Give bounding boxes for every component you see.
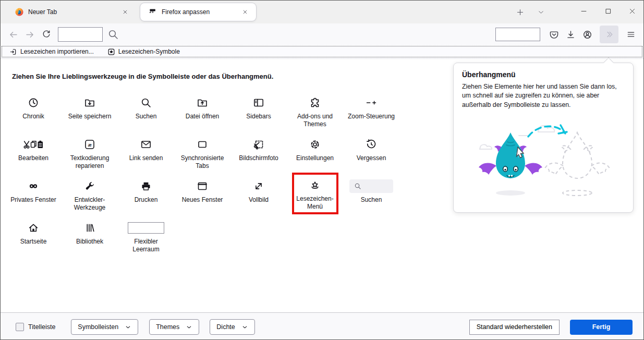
back-icon[interactable] <box>5 26 21 43</box>
print-icon <box>120 179 172 193</box>
restore-defaults-button[interactable]: Standard wiederherstellen <box>469 320 560 335</box>
download-icon[interactable] <box>562 26 579 43</box>
chevron-down-icon <box>125 324 131 331</box>
search-icon[interactable] <box>105 26 121 43</box>
bookmarks-item-label: Lesezeichen-Symbole <box>118 48 180 55</box>
developer-tools-wrench-icon <box>64 179 116 193</box>
tool-bibliothek[interactable]: Bibliothek <box>64 214 116 256</box>
panel-pointer-notch <box>603 57 614 68</box>
pocket-icon[interactable] <box>545 26 562 43</box>
tool-link-senden[interactable]: Link senden <box>120 131 172 173</box>
tool-label: Bibliothek <box>64 238 116 246</box>
search-bar-widget <box>349 179 393 193</box>
fullscreen-icon <box>233 179 285 193</box>
search-input[interactable] <box>495 28 540 41</box>
save-page-icon <box>64 95 116 110</box>
tab-bar: Neuer Tab Firefox anpassen <box>1 1 643 23</box>
tool-label: Synchronisierte Tabs <box>176 154 228 170</box>
new-tab-plus-icon[interactable] <box>514 6 526 18</box>
tab-title: Neuer Tab <box>28 8 115 16</box>
tool-zoom-steuerung[interactable]: Zoom-Steuerung <box>345 89 397 131</box>
forward-icon[interactable] <box>21 26 38 43</box>
tool-label: Chronik <box>7 113 59 120</box>
titlebar-checkbox-label: Titelleiste <box>28 323 55 331</box>
email-link-icon <box>120 137 172 152</box>
tool-drucken[interactable]: Drucken <box>120 173 172 214</box>
tab-neuer-tab[interactable]: Neuer Tab <box>7 3 136 21</box>
tool-einstellungen[interactable]: Einstellungen <box>289 131 341 173</box>
edit-clipboard-icon <box>7 137 59 152</box>
sidebars-icon <box>233 95 285 110</box>
flexible-space-widget <box>128 222 164 234</box>
tool-vergessen[interactable]: Vergessen <box>345 131 397 173</box>
overflow-menu-panel: Überhangmenü Ziehen Sie Elemente hier he… <box>453 63 634 213</box>
bookmark-star-box-icon <box>107 48 115 56</box>
tool-label: Flexibler Leerraum <box>120 238 172 253</box>
tool-privates-fenster[interactable]: Privates Fenster <box>7 173 59 214</box>
home-icon <box>7 221 59 235</box>
tool-label: Seite speichern <box>64 113 116 120</box>
tool-label: Einstellungen <box>289 154 341 162</box>
tool-label: Vollbild <box>233 196 285 204</box>
tool-bearbeiten[interactable]: Bearbeiten <box>7 131 59 173</box>
toolbars-dropdown[interactable]: Symbolleisten <box>71 319 138 335</box>
bookmarks-item-label: Lesezeichen importieren... <box>20 48 94 55</box>
tab-list-chevron-icon[interactable] <box>534 6 547 18</box>
flexible-space-widget <box>120 221 172 235</box>
tool-lesezeichen-menü[interactable]: Lesezeichen-Menü <box>292 173 338 214</box>
tool-label: Bildschirmfoto <box>233 154 285 162</box>
titlebar-checkbox[interactable] <box>16 323 24 331</box>
tool-label: Lesezeichen-Menü <box>294 195 336 211</box>
themes-dropdown[interactable]: Themes <box>149 319 199 335</box>
minimize-icon[interactable] <box>572 1 596 21</box>
bookmarks-toolbar-item[interactable]: Lesezeichen importieren... <box>9 48 94 56</box>
tool-textkodierung-reparieren[interactable]: æTextkodierung reparieren <box>64 131 116 173</box>
tool-sidebars[interactable]: Sidebars <box>233 89 285 131</box>
tool-datei-öffnen[interactable]: Datei öffnen <box>176 89 228 131</box>
dropdown-label: Themes <box>156 323 179 331</box>
drop-monster-drag-illustration <box>462 115 625 202</box>
tool-neues-fenster[interactable]: Neues Fenster <box>176 173 228 214</box>
bookmarks-toolbar-item[interactable]: Lesezeichen-Symbole <box>107 48 180 56</box>
bookmarks-drop-zone[interactable]: Lesezeichen importieren...Lesezeichen-Sy… <box>2 46 642 57</box>
overflow-chevrons-icon[interactable] <box>600 26 618 43</box>
navigation-toolbar <box>1 23 643 45</box>
tool-suchen[interactable]: Suchen <box>120 89 172 131</box>
tab-firefox-anpassen[interactable]: Firefox anpassen <box>140 3 256 21</box>
tool-label: Add-ons und Themes <box>289 113 341 128</box>
customize-instructions: Ziehen Sie Ihre Lieblingswerkzeuge in di… <box>12 72 273 80</box>
window-close-icon[interactable] <box>620 1 644 21</box>
private-window-icon <box>7 179 59 193</box>
close-icon[interactable] <box>119 6 131 18</box>
overflow-panel-title: Überhangmenü <box>462 70 625 79</box>
tool-startseite[interactable]: Startseite <box>7 214 59 256</box>
tool-label: Suchen <box>120 113 172 120</box>
tool-seite-speichern[interactable]: Seite speichern <box>64 89 116 131</box>
tool-label: Textkodierung reparieren <box>64 154 116 170</box>
reload-icon[interactable] <box>38 26 55 43</box>
menu-icon[interactable] <box>623 26 639 43</box>
tool-suchen[interactable]: Suchen <box>345 173 397 214</box>
zoom-controls-icon <box>345 95 397 110</box>
firefox-icon <box>15 8 23 16</box>
forget-history-icon <box>345 137 397 152</box>
tool-bildschirmfoto[interactable]: Bildschirmfoto <box>233 131 285 173</box>
library-icon <box>64 221 116 235</box>
tool-label: Zoom-Steuerung <box>345 113 397 120</box>
maximize-icon[interactable] <box>596 1 620 21</box>
tool-chronik[interactable]: Chronik <box>7 89 59 131</box>
tool-flexibler-leerraum[interactable]: Flexibler Leerraum <box>120 214 172 256</box>
account-icon[interactable] <box>579 26 596 43</box>
customize-area: Ziehen Sie Ihre Lieblingswerkzeuge in di… <box>1 58 643 312</box>
tool-vollbild[interactable]: Vollbild <box>233 173 285 214</box>
settings-gear-icon <box>289 137 341 152</box>
tool-add-ons-und-themes[interactable]: Add-ons und Themes <box>289 89 341 131</box>
tool-synchronisierte-tabs[interactable]: Synchronisierte Tabs <box>176 131 228 173</box>
done-button[interactable]: Fertig <box>570 320 633 335</box>
close-icon[interactable] <box>239 6 251 18</box>
tab-title: Firefox anpassen <box>162 8 235 16</box>
density-dropdown[interactable]: Dichte <box>210 319 254 335</box>
address-input[interactable] <box>58 27 103 42</box>
tool-label: Suchen <box>345 196 397 204</box>
tool-entwickler-werkzeuge[interactable]: Entwickler-Werkzeuge <box>64 173 116 214</box>
